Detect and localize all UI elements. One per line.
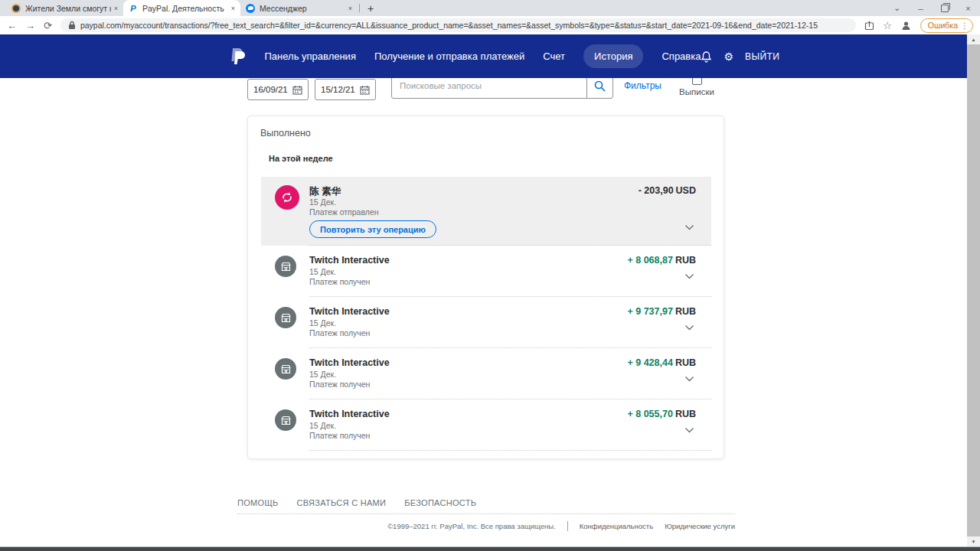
scroll-down-arrow-icon[interactable]: ▼ (967, 536, 980, 546)
amount-value: + 8 055,70 (627, 409, 672, 419)
transaction-status: Платеж получен (309, 431, 370, 440)
window-bottom-edge (0, 546, 980, 551)
minimize-button[interactable]: – (909, 0, 933, 16)
transaction-status: Платеж отправлен (309, 207, 379, 217)
status-header: Выполнено (260, 128, 311, 139)
amount-currency: RUB (675, 306, 696, 317)
new-tab-button[interactable]: + (361, 0, 380, 16)
date-from-input[interactable]: 16/09/21 (247, 79, 309, 100)
error-button[interactable]: Ошибка ⋮ (920, 18, 973, 33)
back-button[interactable]: ← (7, 21, 17, 31)
url-bar[interactable]: paypal.com/myaccount/transactions/?free_… (60, 18, 856, 32)
tab-title: Жители Земли смогут наблюда (25, 4, 111, 13)
chevron-down-icon[interactable] (684, 427, 694, 433)
amount-currency: RUB (675, 409, 696, 419)
transaction-name: Twitch Interactive (309, 255, 390, 266)
date-to-value: 15/12/21 (321, 85, 355, 94)
browser-tab-messenger[interactable]: Мессенджер× (240, 0, 358, 16)
transfer-icon (281, 191, 293, 204)
reload-button[interactable]: ⟳ (44, 21, 52, 31)
browser-tab-paypal[interactable]: PPayPal. Деятельность× (123, 0, 240, 16)
paypal-logo[interactable] (230, 47, 246, 66)
lock-icon (68, 21, 76, 30)
close-window-button[interactable]: × (956, 0, 980, 16)
footer-bottom: ©1999–2021 гг. PayPal, Inc. Все права за… (237, 521, 735, 531)
nav-item-help[interactable]: Справка (662, 44, 701, 68)
footer-vertical-divider (567, 521, 568, 531)
transaction-date: 15 Дек. (309, 197, 336, 207)
chevron-down-icon[interactable] (684, 224, 694, 230)
merchant-icon (280, 364, 292, 375)
footer-link-2[interactable]: БЕЗОПАСНОСТЬ (404, 498, 476, 507)
amount-currency: RUB (675, 357, 696, 368)
tab-close-icon[interactable]: × (114, 5, 118, 12)
transaction-list: 陈 素华 15 Дек. Платеж отправлен Повторить … (261, 177, 711, 451)
footer-link-0[interactable]: ПОМОЩЬ (237, 498, 279, 507)
filters-link[interactable]: Фильтры (624, 80, 662, 91)
browser-tab-news[interactable]: Жители Земли смогут наблюда× (6, 0, 123, 16)
legal-link-0[interactable]: Конфиденциальность (580, 522, 653, 530)
repeat-transaction-button[interactable]: Повторить эту операцию (309, 220, 436, 238)
notifications-bell-icon[interactable] (701, 51, 712, 63)
paypal-favicon: P (129, 4, 138, 13)
transaction-status: Платеж получен (309, 328, 370, 337)
transaction-row[interactable]: Twitch Interactive 15 Дек. Платеж получе… (261, 348, 711, 399)
scrollbar[interactable]: ▲ ▼ (967, 34, 980, 551)
scrollbar-thumb[interactable] (967, 44, 980, 536)
nav-item-dashboard[interactable]: Панель управления (265, 44, 356, 68)
transaction-status: Платеж получен (309, 277, 370, 286)
date-to-input[interactable]: 15/12/21 (315, 79, 376, 100)
nav-items: Панель управленияПолучение и отправка пл… (265, 44, 701, 68)
profile-avatar-icon[interactable] (900, 20, 912, 31)
search-button[interactable] (587, 80, 612, 93)
nav-item-payments[interactable]: Получение и отправка платежей (374, 44, 524, 68)
nav-item-history[interactable]: История (583, 44, 643, 68)
transaction-name: 陈 素华 (309, 185, 341, 198)
merchant-icon (280, 415, 292, 426)
amount-value: + 9 737,97 (627, 306, 672, 317)
bookmark-star-icon[interactable]: ☆ (883, 21, 892, 31)
transaction-name: Twitch Interactive (309, 409, 390, 419)
amount-currency: RUB (675, 255, 696, 266)
transaction-avatar (275, 185, 299, 210)
transaction-row[interactable]: Twitch Interactive 15 Дек. Платеж получе… (261, 246, 711, 297)
chevron-down-icon[interactable] (684, 324, 694, 331)
tab-strip: Жители Земли смогут наблюда×PPayPal. Дея… (0, 0, 980, 16)
legal-links: КонфиденциальностьЮридические услуги (580, 522, 735, 530)
transaction-date: 15 Дек. (309, 318, 336, 328)
maximize-button[interactable] (933, 0, 956, 16)
chevron-down-icon[interactable] (684, 273, 694, 279)
transaction-avatar (275, 307, 296, 328)
footer-link-1[interactable]: СВЯЗАТЬСЯ С НАМИ (297, 498, 387, 507)
amount-value: + 9 428,44 (627, 357, 672, 368)
transaction-amount: + 8 055,70RUB (627, 409, 696, 419)
transaction-row[interactable]: Twitch Interactive 15 Дек. Платеж получе… (261, 399, 711, 451)
transaction-row[interactable]: 陈 素华 15 Дек. Платеж отправлен Повторить … (261, 177, 711, 246)
transaction-row[interactable]: Twitch Interactive 15 Дек. Платеж получе… (261, 297, 711, 348)
transaction-status: Платеж получен (309, 380, 370, 389)
transaction-amount: - 203,90USD (639, 185, 696, 196)
restore-icon (941, 5, 949, 12)
transaction-amount: + 8 068,87RUB (627, 255, 696, 266)
search-placeholder: Поисковые запросы (392, 81, 586, 90)
tab-title: Мессенджер (260, 4, 345, 13)
legal-link-1[interactable]: Юридические услуги (665, 522, 735, 530)
nav-item-account[interactable]: Счет (543, 44, 565, 68)
share-icon[interactable] (864, 21, 874, 31)
browser-toolbar: ← → ⟳ paypal.com/myaccount/transactions/… (0, 16, 980, 34)
scroll-up-arrow-icon[interactable]: ▲ (967, 34, 980, 44)
logout-link[interactable]: ВЫЙТИ (745, 51, 779, 62)
tab-search-chevron-icon[interactable]: ⌄ (885, 0, 909, 16)
chevron-down-icon[interactable] (684, 376, 694, 382)
transaction-amount: + 9 737,97RUB (627, 306, 696, 317)
date-from-value: 16/09/21 (253, 85, 288, 94)
browser-tabs: Жители Земли смогут наблюда×PPayPal. Дея… (6, 0, 358, 16)
amount-value: - 203,90 (639, 185, 674, 196)
kebab-menu-icon[interactable]: ⋮ (961, 21, 969, 30)
tab-close-icon[interactable]: × (231, 5, 235, 12)
forward-button[interactable]: → (25, 21, 35, 31)
paypal-navbar: Панель управленияПолучение и отправка пл… (0, 34, 967, 78)
settings-gear-icon[interactable]: ⚙ (724, 51, 733, 62)
tab-close-icon[interactable]: × (348, 5, 352, 12)
transaction-date: 15 Дек. (309, 267, 336, 276)
